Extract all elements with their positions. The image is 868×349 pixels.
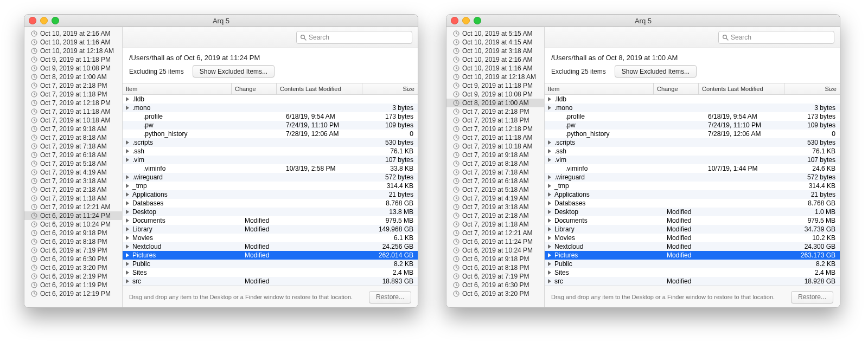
table-row[interactable]: Applications21 bytes bbox=[123, 190, 418, 199]
table-row[interactable]: .viminfo10/3/19, 2:58 PM33.8 KB bbox=[123, 164, 418, 173]
table-row[interactable]: Public8.2 KB bbox=[123, 260, 418, 268]
backup-item[interactable]: Oct 6, 2019 at 9:18 PM bbox=[446, 255, 544, 263]
table-row[interactable]: .scripts530 bytes bbox=[545, 138, 840, 147]
table-row[interactable]: _tmp314.4 KB bbox=[123, 182, 418, 190]
table-row[interactable]: .ssh76.1 KB bbox=[545, 147, 840, 156]
disclosure-icon[interactable] bbox=[548, 218, 551, 223]
backup-item[interactable]: Oct 9, 2019 at 10:08 PM bbox=[446, 90, 544, 99]
col-item[interactable]: Item bbox=[545, 83, 654, 94]
backup-list[interactable]: Oct 10, 2019 at 5:15 AMOct 10, 2019 at 4… bbox=[446, 27, 545, 308]
table-row[interactable]: DesktopModified1.0 MB bbox=[545, 208, 840, 216]
backup-item[interactable]: Oct 9, 2019 at 11:18 PM bbox=[446, 81, 544, 90]
disclosure-icon[interactable] bbox=[548, 270, 551, 275]
table-row[interactable]: PicturesModified262.014 GB bbox=[123, 251, 418, 260]
disclosure-icon[interactable] bbox=[126, 279, 129, 283]
backup-item[interactable]: Oct 10, 2019 at 3:18 AM bbox=[446, 47, 544, 55]
col-modified[interactable]: Contents Last Modified bbox=[699, 83, 784, 94]
backup-item[interactable]: Oct 6, 2019 at 3:20 PM bbox=[446, 289, 544, 298]
disclosure-icon[interactable] bbox=[548, 279, 551, 283]
backup-item[interactable]: Oct 6, 2019 at 9:18 PM bbox=[24, 229, 122, 237]
backup-item[interactable]: Oct 10, 2019 at 1:16 AM bbox=[24, 38, 122, 47]
disclosure-icon[interactable] bbox=[548, 210, 551, 214]
backup-item[interactable]: Oct 6, 2019 at 7:19 PM bbox=[24, 246, 122, 255]
backup-item[interactable]: Oct 6, 2019 at 2:19 PM bbox=[24, 272, 122, 281]
table-row[interactable]: Sites2.4 MB bbox=[123, 268, 418, 277]
table-row[interactable]: srcModified18.893 GB bbox=[123, 277, 418, 286]
backup-item[interactable]: Oct 8, 2019 at 1:00 AM bbox=[446, 99, 544, 107]
table-row[interactable]: .profile6/18/19, 9:54 AM173 bytes bbox=[123, 112, 418, 121]
disclosure-icon[interactable] bbox=[548, 253, 551, 257]
table-row[interactable]: LibraryModified149.968 GB bbox=[123, 225, 418, 234]
table-row[interactable]: .scripts530 bytes bbox=[123, 138, 418, 147]
disclosure-icon[interactable] bbox=[126, 210, 129, 214]
minimize-icon[interactable] bbox=[462, 17, 470, 24]
table-row[interactable]: .profile6/18/19, 9:54 AM173 bytes bbox=[545, 112, 840, 121]
backup-item[interactable]: Oct 10, 2019 at 2:16 AM bbox=[446, 55, 544, 64]
disclosure-icon[interactable] bbox=[548, 175, 551, 179]
col-size[interactable]: Size bbox=[362, 83, 418, 94]
col-change[interactable]: Change bbox=[654, 83, 699, 94]
backup-item[interactable]: Oct 7, 2019 at 12:18 PM bbox=[446, 125, 544, 133]
table-row[interactable]: Public8.2 KB bbox=[545, 260, 840, 268]
backup-item[interactable]: Oct 7, 2019 at 2:18 PM bbox=[24, 81, 122, 90]
backup-item[interactable]: Oct 6, 2019 at 1:19 PM bbox=[24, 281, 122, 289]
file-table[interactable]: .lldb.mono3 bytes.profile6/18/19, 9:54 A… bbox=[545, 95, 840, 286]
backup-item[interactable]: Oct 10, 2019 at 12:18 AM bbox=[446, 73, 544, 81]
table-row[interactable]: .wireguard572 bytes bbox=[123, 173, 418, 182]
backup-item[interactable]: Oct 6, 2019 at 8:18 PM bbox=[24, 237, 122, 246]
backup-item[interactable]: Oct 6, 2019 at 10:24 PM bbox=[24, 220, 122, 229]
disclosure-icon[interactable] bbox=[548, 158, 551, 162]
backup-item[interactable]: Oct 10, 2019 at 1:16 AM bbox=[446, 64, 544, 73]
backup-item[interactable]: Oct 6, 2019 at 6:30 PM bbox=[446, 281, 544, 289]
table-row[interactable]: _tmp314.4 KB bbox=[545, 182, 840, 190]
table-row[interactable]: .pw7/24/19, 11:10 PM109 bytes bbox=[545, 121, 840, 130]
table-row[interactable]: MoviesModified10.2 KB bbox=[545, 234, 840, 242]
backup-item[interactable]: Oct 7, 2019 at 2:18 PM bbox=[446, 107, 544, 116]
table-row[interactable]: NextcloudModified24.300 GB bbox=[545, 242, 840, 251]
backup-item[interactable]: Oct 6, 2019 at 12:19 PM bbox=[24, 289, 122, 298]
backup-item[interactable]: Oct 7, 2019 at 6:18 AM bbox=[446, 177, 544, 185]
backup-item[interactable]: Oct 7, 2019 at 12:18 PM bbox=[24, 99, 122, 107]
backup-item[interactable]: Oct 6, 2019 at 11:24 PM bbox=[446, 237, 544, 246]
table-row[interactable]: DocumentsModified979.5 MB bbox=[545, 216, 840, 225]
backup-item[interactable]: Oct 7, 2019 at 8:18 AM bbox=[24, 133, 122, 142]
backup-item[interactable]: Oct 10, 2019 at 2:16 AM bbox=[24, 29, 122, 38]
backup-item[interactable]: Oct 7, 2019 at 11:18 AM bbox=[24, 107, 122, 116]
backup-item[interactable]: Oct 7, 2019 at 1:18 AM bbox=[24, 194, 122, 203]
backup-item[interactable]: Oct 7, 2019 at 4:19 AM bbox=[446, 194, 544, 203]
backup-item[interactable]: Oct 7, 2019 at 5:18 AM bbox=[24, 159, 122, 168]
table-row[interactable]: .lldb bbox=[123, 95, 418, 104]
backup-item[interactable]: Oct 6, 2019 at 6:30 PM bbox=[24, 255, 122, 263]
table-row[interactable]: .python_history7/28/19, 12:06 AM0 bbox=[123, 130, 418, 138]
table-row[interactable]: .python_history7/28/19, 12:06 AM0 bbox=[545, 130, 840, 138]
backup-item[interactable]: Oct 7, 2019 at 7:18 AM bbox=[446, 168, 544, 177]
backup-item[interactable]: Oct 7, 2019 at 5:18 AM bbox=[446, 185, 544, 194]
table-row[interactable]: .vim107 bytes bbox=[545, 156, 840, 164]
backup-item[interactable]: Oct 7, 2019 at 3:18 AM bbox=[446, 203, 544, 211]
backup-item[interactable]: Oct 7, 2019 at 2:18 AM bbox=[24, 185, 122, 194]
disclosure-icon[interactable] bbox=[126, 262, 129, 266]
backup-item[interactable]: Oct 9, 2019 at 10:08 PM bbox=[24, 64, 122, 73]
backup-item[interactable]: Oct 10, 2019 at 5:15 AM bbox=[446, 29, 544, 38]
table-row[interactable]: .mono3 bytes bbox=[545, 104, 840, 112]
backup-item[interactable]: Oct 10, 2019 at 4:15 AM bbox=[446, 38, 544, 47]
disclosure-icon[interactable] bbox=[548, 236, 551, 240]
backup-item[interactable]: Oct 7, 2019 at 10:18 AM bbox=[446, 142, 544, 151]
table-row[interactable]: .viminfo10/7/19, 1:44 PM24.6 KB bbox=[545, 164, 840, 173]
table-row[interactable]: LibraryModified34.739 GB bbox=[545, 225, 840, 234]
minimize-icon[interactable] bbox=[40, 17, 48, 24]
file-table[interactable]: .lldb.mono3 bytes.profile6/18/19, 9:54 A… bbox=[123, 95, 418, 286]
backup-item[interactable]: Oct 7, 2019 at 4:19 AM bbox=[24, 168, 122, 177]
backup-item[interactable]: Oct 7, 2019 at 7:18 AM bbox=[24, 142, 122, 151]
col-change[interactable]: Change bbox=[232, 83, 277, 94]
zoom-icon[interactable] bbox=[52, 17, 59, 24]
search-input[interactable]: Search bbox=[718, 31, 834, 44]
disclosure-icon[interactable] bbox=[126, 140, 129, 145]
backup-item[interactable]: Oct 7, 2019 at 1:18 PM bbox=[446, 116, 544, 125]
col-item[interactable]: Item bbox=[123, 83, 232, 94]
backup-item[interactable]: Oct 7, 2019 at 9:18 AM bbox=[446, 151, 544, 159]
disclosure-icon[interactable] bbox=[126, 106, 129, 110]
backup-item[interactable]: Oct 7, 2019 at 8:18 AM bbox=[446, 159, 544, 168]
table-row[interactable]: PicturesModified263.173 GB bbox=[545, 251, 840, 260]
disclosure-icon[interactable] bbox=[548, 192, 551, 197]
